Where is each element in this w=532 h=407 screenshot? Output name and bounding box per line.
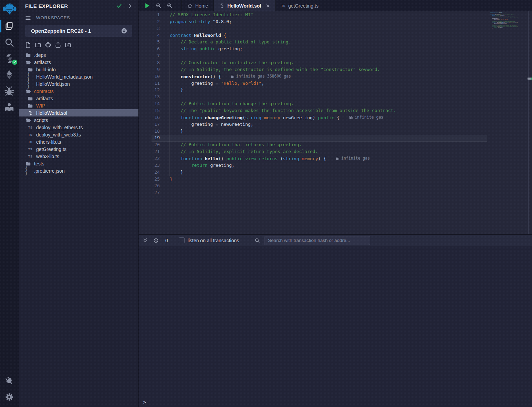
activity-bar xyxy=(0,0,19,407)
deploy-run-icon[interactable] xyxy=(0,67,19,83)
line-number: 19 xyxy=(139,134,160,141)
gas-estimate-annotation: infinite gas xyxy=(349,114,383,121)
tree-item-helloworld-json[interactable]: { }HelloWorld.json xyxy=(19,80,138,88)
search-icon xyxy=(254,238,260,243)
tree-item-build-info[interactable]: build-info xyxy=(19,66,138,73)
folder-open-icon xyxy=(25,60,31,65)
listen-transactions-checkbox[interactable] xyxy=(179,237,185,243)
file-explorer-toolbar xyxy=(19,37,138,50)
code-line: pragma solidity ^0.8.0; xyxy=(170,18,532,25)
code-line: // The "public" keyword makes the functi… xyxy=(170,107,532,114)
tree-item-scripts[interactable]: scripts xyxy=(19,116,138,124)
right-panel-border xyxy=(528,11,529,234)
code-line: function hello() public view returns (st… xyxy=(170,155,532,162)
code-line: } xyxy=(170,169,532,176)
file-explorer-icon[interactable] xyxy=(0,18,19,34)
tab-home[interactable]: Home xyxy=(181,0,214,11)
line-number: 5 xyxy=(139,39,160,45)
remix-logo-icon[interactable] xyxy=(0,0,19,18)
panel-drag-handle[interactable] xyxy=(528,78,532,80)
new-folder-icon[interactable] xyxy=(35,42,41,48)
code-line: // Public function to change the greetin… xyxy=(170,100,532,107)
minimap[interactable]: // SPDX-License-Identifier: MITpragma so… xyxy=(490,12,518,31)
line-number: 23 xyxy=(139,162,160,169)
tree-item-getgreeting-ts[interactable]: TSgetGreeting.ts xyxy=(19,145,138,153)
code-editor[interactable]: 1234567891011121314151617181920212223242… xyxy=(139,11,532,234)
folder-open-icon xyxy=(25,89,31,94)
folder-closed-icon xyxy=(25,52,31,58)
line-number: 10 xyxy=(139,73,160,80)
play-icon[interactable] xyxy=(144,2,150,9)
tree-item-deploy-with-web3-ts[interactable]: TSdeploy_with_web3.ts xyxy=(19,131,138,138)
github-clone-icon[interactable] xyxy=(45,42,51,48)
upload-file-icon[interactable] xyxy=(55,42,61,48)
line-number: 17 xyxy=(139,121,160,128)
chevron-right-icon[interactable] xyxy=(128,4,132,8)
line-number: 6 xyxy=(139,45,160,52)
code-line: } xyxy=(170,128,532,135)
line-number: 8 xyxy=(139,59,160,66)
tree-item-label: build-info xyxy=(36,67,56,72)
double-chevron-down-icon[interactable] xyxy=(143,238,148,243)
tab-label: getGreeting.ts xyxy=(288,3,319,9)
home-icon xyxy=(187,3,192,8)
ts-icon: TS xyxy=(27,155,33,158)
debugger-icon[interactable] xyxy=(0,83,19,99)
workspace-sort-icon[interactable] xyxy=(121,28,127,34)
tab-label: Home xyxy=(195,3,208,9)
tree-item-helloworld-metadata-json[interactable]: { }HelloWorld_metadata.json xyxy=(19,73,138,80)
tree-item-label: artifacts xyxy=(34,60,51,65)
plugin-manager-icon[interactable] xyxy=(0,373,19,389)
tree-item-web3-lib-ts[interactable]: TSweb3-lib.ts xyxy=(19,153,138,160)
editor-pane: HomeHelloWorld.solTSgetGreeting.ts 12345… xyxy=(139,0,532,407)
tree-item--deps[interactable]: .deps xyxy=(19,51,138,59)
tree-item-label: deploy_with_ethers.ts xyxy=(36,125,83,130)
tree-item--prettierrc-json[interactable]: { }.prettierrc.json xyxy=(19,167,138,174)
new-file-icon[interactable] xyxy=(25,42,31,48)
upload-folder-icon[interactable] xyxy=(65,42,71,48)
folder-closed-icon xyxy=(27,67,33,72)
code-line: // In Solidity, the constructor is defin… xyxy=(170,66,532,73)
tree-item-wip[interactable]: WIP xyxy=(19,102,138,109)
check-icon[interactable] xyxy=(116,3,122,9)
learneth-icon[interactable] xyxy=(0,99,19,115)
terminal-toolbar: 0 listen on all transactions xyxy=(139,234,532,246)
workspace-select[interactable]: OpenZeppelin ERC20 - 1 xyxy=(25,25,132,37)
transaction-search-input[interactable] xyxy=(264,236,370,245)
tree-item-tests[interactable]: tests xyxy=(19,160,138,167)
transaction-count: 0 xyxy=(165,238,168,243)
workspaces-menu-icon[interactable] xyxy=(25,15,31,21)
tree-item-deploy-with-ethers-ts[interactable]: TSdeploy_with_ethers.ts xyxy=(19,124,138,131)
clear-console-ban-icon[interactable] xyxy=(153,238,159,243)
tree-item-contracts[interactable]: contracts xyxy=(19,88,138,95)
tree-item-ethers-lib-ts[interactable]: TSethers-lib.ts xyxy=(19,138,138,145)
tree-item-label: deploy_with_web3.ts xyxy=(36,132,81,138)
code-content: // SPDX-License-Identifier: MITpragma so… xyxy=(170,11,532,196)
tab-helloworld-sol[interactable]: HelloWorld.sol xyxy=(214,0,276,11)
line-number: 21 xyxy=(139,148,160,155)
zoom-in-icon[interactable] xyxy=(167,3,173,9)
line-number: 20 xyxy=(139,141,160,148)
close-tab-icon[interactable] xyxy=(266,4,270,8)
solidity-icon xyxy=(219,3,225,8)
tree-item-artifacts[interactable]: artifacts xyxy=(19,95,138,102)
search-icon[interactable] xyxy=(0,34,19,50)
tree-item-helloworld-sol[interactable]: HelloWorld.sol xyxy=(19,109,138,116)
listen-transactions-label[interactable]: listen on all transactions xyxy=(188,238,239,243)
solidity-compiler-icon[interactable] xyxy=(0,50,19,67)
terminal-output[interactable]: > xyxy=(139,246,532,407)
workspace-selected-value: OpenZeppelin ERC20 - 1 xyxy=(31,28,91,34)
line-number: 13 xyxy=(139,93,160,100)
line-number-gutter[interactable]: 1234567891011121314151617181920212223242… xyxy=(139,11,160,196)
tree-item-artifacts[interactable]: artifacts xyxy=(19,59,138,66)
code-line: constructor() {infinite gas 368600 gas xyxy=(170,73,532,80)
tree-item-label: scripts xyxy=(34,118,48,123)
line-number: 16 xyxy=(139,114,160,121)
ts-icon: TS xyxy=(27,126,33,129)
tab-label: HelloWorld.sol xyxy=(227,3,261,9)
settings-icon[interactable] xyxy=(0,389,19,405)
tab-getgreeting-ts[interactable]: TSgetGreeting.ts xyxy=(276,0,324,11)
line-number: 3 xyxy=(139,25,160,32)
zoom-out-icon[interactable] xyxy=(156,3,161,9)
line-number: 2 xyxy=(139,18,160,25)
